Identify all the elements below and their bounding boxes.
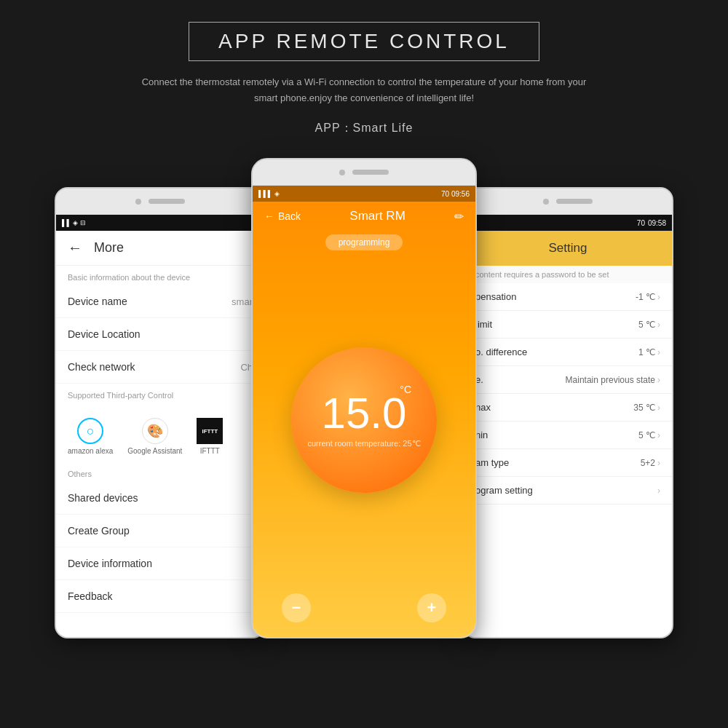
temp-value: 15.0: [322, 392, 407, 435]
setting-item-6[interactable]: nin 5 ℃ ›: [464, 422, 672, 449]
phone-center-speaker: [352, 170, 389, 175]
main-title: APP REMOTE CONTROL: [218, 30, 510, 53]
phone-right-camera: [543, 199, 549, 205]
setting-item-2[interactable]: limit 5 ℃ ›: [464, 311, 672, 339]
google-icon: 🎨: [142, 418, 168, 444]
section-others-label: Others: [56, 462, 264, 482]
phone-left-top-bar: [56, 189, 264, 215]
ifttt-text: IFTTT: [202, 428, 218, 435]
left-status-icons: ▌▌ ◈ ⊟: [62, 219, 86, 226]
chevron-icon-8: ›: [657, 486, 660, 496]
menu-item-check-network[interactable]: Check network Ch: [56, 351, 264, 384]
left-phone-content: ▌▌ ◈ ⊟ ← More Basic information about th…: [56, 215, 264, 637]
setting-item-1[interactable]: pensation -1 ℃ ›: [464, 283, 672, 311]
controls-row: − +: [253, 586, 475, 637]
center-status-left: ▌▌▌ ◈: [258, 190, 280, 197]
setting-item-7[interactable]: am type 5+2 ›: [464, 449, 672, 477]
menu-item-feedback[interactable]: Feedback: [56, 580, 264, 613]
right-header: Setting: [464, 231, 672, 266]
center-phone-content: ▌▌▌ ◈ 70 09:56 ← Back Smart RM ✏ pro: [253, 186, 475, 637]
right-status-bar: 70 09:58: [464, 215, 672, 231]
center-header: ← Back Smart RM ✏: [253, 202, 475, 231]
setting-item-5[interactable]: nax 35 ℃ ›: [464, 394, 672, 422]
menu-item-device-name[interactable]: Device name smar: [56, 285, 264, 318]
phone-center: ▌▌▌ ◈ 70 09:56 ← Back Smart RM ✏ pro: [251, 158, 477, 638]
phones-container: ▌▌ ◈ ⊟ ← More Basic information about th…: [0, 158, 728, 638]
left-status-bar: ▌▌ ◈ ⊟: [56, 215, 264, 231]
app-label: APP：Smart Life: [315, 121, 414, 136]
phone-left-speaker: [149, 199, 185, 204]
third-party-section: ○ amazon alexa 🎨 Google Assistant IFTTT …: [56, 403, 264, 462]
menu-item-device-information[interactable]: Device information: [56, 547, 264, 580]
thermostat-circle-container: 15.0 °C current room temperature: 25℃: [253, 254, 475, 586]
programming-badge-container: programming: [253, 231, 475, 254]
thermostat-circle: 15.0 °C current room temperature: 25℃: [291, 347, 437, 493]
current-temp: current room temperature: 25℃: [307, 439, 420, 448]
chevron-icon-7: ›: [657, 458, 660, 468]
edit-icon[interactable]: ✏: [454, 210, 464, 223]
phone-right-top-bar: [464, 189, 672, 215]
menu-item-shared-devices[interactable]: Shared devices: [56, 482, 264, 515]
right-header-title: Setting: [549, 241, 587, 255]
back-link[interactable]: ← Back: [264, 210, 301, 222]
phone-left: ▌▌ ◈ ⊟ ← More Basic information about th…: [55, 187, 266, 638]
page-container: APP REMOTE CONTROL Connect the thermosta…: [0, 0, 728, 728]
description: Connect the thermostat remotely via a Wi…: [142, 74, 587, 106]
phone-center-top-bar: [253, 159, 475, 186]
right-phone-content: 70 09:58 Setting content requires a pass…: [464, 215, 672, 637]
setting-item-8[interactable]: ogram setting ›: [464, 477, 672, 505]
chevron-icon-6: ›: [657, 430, 660, 440]
alexa-icon: ○: [77, 418, 103, 444]
minus-button[interactable]: −: [282, 593, 311, 622]
temp-unit: °C: [400, 384, 411, 395]
center-back-arrow-icon: ←: [264, 210, 274, 222]
section-third-label: Supported Third-party Control: [56, 384, 264, 403]
right-status-battery: 70: [637, 219, 645, 227]
back-arrow-icon[interactable]: ←: [68, 240, 82, 256]
left-header-title: More: [94, 240, 124, 256]
ifttt-item[interactable]: IFTTT IFTTT: [197, 418, 223, 455]
section-basic-label: Basic information about the device: [56, 266, 264, 285]
title-box: APP REMOTE CONTROL: [189, 22, 539, 61]
phone-left-camera: [135, 199, 141, 205]
center-title: Smart RM: [349, 209, 405, 223]
setting-item-3[interactable]: o. difference 1 ℃ ›: [464, 339, 672, 366]
left-header: ← More: [56, 231, 264, 266]
chevron-icon: ›: [657, 292, 660, 302]
programming-badge[interactable]: programming: [325, 234, 403, 250]
chevron-icon-2: ›: [657, 320, 660, 330]
phone-right: 70 09:58 Setting content requires a pass…: [462, 187, 673, 638]
chevron-icon-5: ›: [657, 403, 660, 413]
ifttt-icon: IFTTT: [197, 418, 223, 444]
chevron-icon-4: ›: [657, 375, 660, 385]
right-status-time: 09:58: [648, 219, 666, 227]
phone-center-camera: [339, 170, 345, 175]
setting-item-4[interactable]: e. Maintain previous state ›: [464, 366, 672, 394]
center-status-bar: ▌▌▌ ◈ 70 09:56: [253, 186, 475, 202]
menu-item-create-group[interactable]: Create Group: [56, 515, 264, 547]
plus-button[interactable]: +: [417, 593, 446, 622]
third-party-icons: ○ amazon alexa 🎨 Google Assistant IFTTT …: [68, 418, 253, 455]
phone-right-speaker: [556, 199, 593, 204]
center-status-right: 70 09:56: [441, 190, 470, 198]
chevron-icon-3: ›: [657, 347, 660, 357]
password-note: content requires a password to be set: [464, 266, 672, 283]
alexa-item[interactable]: ○ amazon alexa: [68, 418, 113, 455]
google-assistant-item[interactable]: 🎨 Google Assistant: [127, 418, 182, 455]
menu-item-device-location[interactable]: Device Location: [56, 318, 264, 351]
